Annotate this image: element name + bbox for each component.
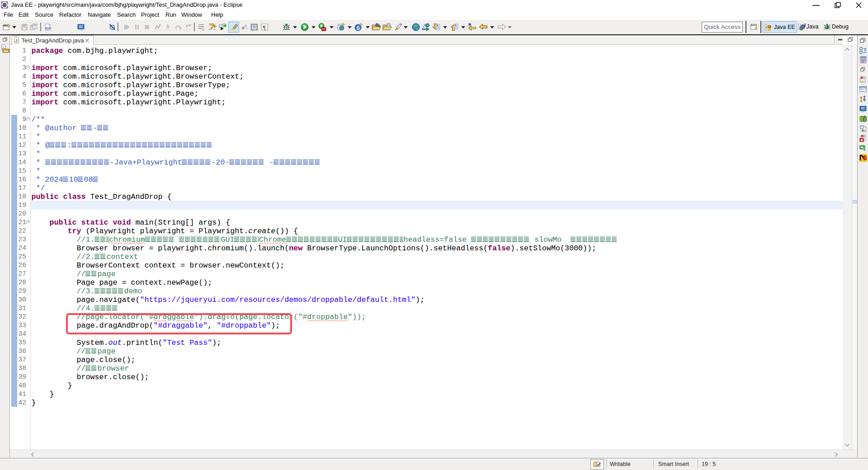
svg-text:¶: ¶ <box>263 24 265 31</box>
svg-text:010: 010 <box>46 27 51 30</box>
svg-text:J: J <box>804 23 806 28</box>
svg-text:J: J <box>15 38 17 43</box>
svg-text:S: S <box>357 25 360 31</box>
